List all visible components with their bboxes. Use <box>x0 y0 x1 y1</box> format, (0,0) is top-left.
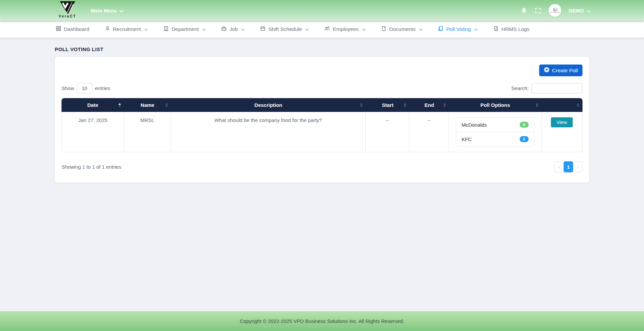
nav-item-label: Employees <box>333 26 359 32</box>
sort-icon <box>118 103 121 107</box>
plus-circle-icon <box>544 67 550 74</box>
poll-icon <box>438 26 443 33</box>
nav-item-label: Poll Voting <box>446 26 471 32</box>
cell-date: Jan 27, 2025 <box>62 112 124 152</box>
nav-item-hrms-logs[interactable]: HRMS Logs <box>493 26 530 33</box>
search-control: Search: <box>511 83 582 93</box>
show-label: Show <box>62 85 74 91</box>
chevron-down-icon <box>362 26 366 32</box>
column-header-date[interactable]: Date <box>62 98 124 112</box>
nav-item-label: Documents <box>389 26 415 32</box>
length-control: Show 10 entries <box>62 83 110 93</box>
nav-item-employees[interactable]: Employees <box>324 26 366 33</box>
search-input[interactable] <box>531 83 582 93</box>
nav-item-label: HRMS Logs <box>501 26 530 32</box>
building-icon <box>163 26 169 33</box>
topbar-actions: NO IMAGE DEMO <box>521 0 590 21</box>
poll-option-count-badge: 0 <box>520 136 529 142</box>
cell-description: What should be the company food for the … <box>171 112 366 152</box>
cell-end: -- <box>409 112 449 152</box>
poll-options-list: McDonalds 0 KFC 0 <box>456 117 534 147</box>
column-header-actions[interactable] <box>541 98 582 112</box>
poll-option-count-badge: 0 <box>520 122 529 128</box>
notifications-bell-icon[interactable] <box>521 7 527 14</box>
column-header-poll-options[interactable]: Poll Options <box>449 98 541 112</box>
poll-option-item: McDonalds 0 <box>456 118 534 132</box>
avatar-placeholder-text: NO IMAGE <box>550 11 560 13</box>
nav-item-recruitment[interactable]: Recruitment <box>105 26 148 33</box>
person-icon <box>105 26 110 33</box>
table-header-row: Date Name Description Start End Poll Opt… <box>62 98 582 112</box>
footer: Copyright © 2022-2025 VPD Business Solut… <box>0 311 644 331</box>
nav-item-label: Job <box>229 26 238 32</box>
chevron-down-icon <box>474 26 478 32</box>
create-poll-button[interactable]: Create Poll <box>539 65 582 76</box>
briefcase-icon <box>221 26 227 33</box>
nav-item-job[interactable]: Job <box>221 26 245 33</box>
column-header-name[interactable]: Name <box>124 98 171 112</box>
nav-item-poll-voting[interactable]: Poll Voting <box>438 26 478 33</box>
chevron-down-icon <box>419 26 422 32</box>
nav-item-label: Recruitment <box>113 26 141 32</box>
main-menu-label: Main Menu <box>91 8 117 13</box>
sort-icon <box>404 103 406 107</box>
column-header-start[interactable]: Start <box>366 98 409 112</box>
poll-option-item: KFC 0 <box>456 132 534 146</box>
user-menu[interactable]: DEMO <box>569 8 590 13</box>
table-controls: Show 10 entries Search: <box>62 83 582 93</box>
chevron-down-icon <box>144 26 148 32</box>
poll-list-card: Create Poll Show 10 entries Search: <box>55 57 589 182</box>
pagination-page-1-button[interactable]: 1 <box>564 161 573 172</box>
page-title: POLL VOTING LIST <box>55 46 589 52</box>
nav-item-department[interactable]: Department <box>163 26 206 33</box>
nav-item-documents[interactable]: Documents <box>381 26 422 33</box>
user-name: DEMO <box>569 8 584 13</box>
cell-poll-options: McDonalds 0 KFC 0 <box>449 112 541 152</box>
chevron-down-icon <box>587 8 590 13</box>
avatar[interactable]: NO IMAGE <box>549 4 561 17</box>
grid-icon <box>56 26 61 33</box>
copyright-text: Copyright © 2022-2025 VPD Business Solut… <box>240 318 404 324</box>
cell-name: MRSL <box>124 112 171 152</box>
nav-item-label: Dashboard <box>64 26 89 32</box>
poll-option-label: McDonalds <box>461 122 487 128</box>
column-header-end[interactable]: End <box>409 98 449 112</box>
column-header-description[interactable]: Description <box>171 98 366 112</box>
pagination: ‹ 1 › <box>554 161 582 172</box>
chevron-down-icon <box>305 26 309 32</box>
people-icon <box>324 26 330 33</box>
nav-item-label: Department <box>171 26 199 32</box>
brand-logo-text: VeraCT <box>56 14 79 18</box>
card-toolbar: Create Poll <box>62 65 582 76</box>
top-header: VeraCT Main Menu NO IMAGE DEMO <box>0 0 644 21</box>
table-row: Jan 27, 2025 MRSL What should be the com… <box>62 112 582 152</box>
chevron-down-icon <box>241 26 245 32</box>
main-nav: Dashboard Recruitment Department Job Shi… <box>0 21 644 38</box>
brand-logo-icon <box>56 1 79 15</box>
sort-icon <box>443 103 446 107</box>
pagination-prev-button[interactable]: ‹ <box>554 161 564 172</box>
nav-item-shift-schedule[interactable]: Shift Schedule <box>260 26 309 33</box>
main-menu-button[interactable]: Main Menu <box>91 8 123 13</box>
view-button[interactable]: View <box>551 117 573 127</box>
entries-label: entries <box>95 85 110 91</box>
fullscreen-icon[interactable] <box>535 7 541 14</box>
calendar-icon <box>260 26 266 33</box>
poll-table: Date Name Description Start End Poll Opt… <box>62 98 582 152</box>
create-poll-label: Create Poll <box>552 68 578 74</box>
chevron-down-icon <box>202 26 206 32</box>
nav-item-dashboard[interactable]: Dashboard <box>56 26 89 33</box>
log-file-icon <box>493 26 499 33</box>
pagination-next-button[interactable]: › <box>573 161 582 172</box>
page-length-select[interactable]: 10 <box>77 83 92 93</box>
sort-icon <box>577 103 579 107</box>
table-footer: Showing 1 to 1 of 1 entries ‹ 1 › <box>62 161 582 172</box>
search-label: Search: <box>511 85 529 91</box>
chevron-down-icon <box>119 8 123 13</box>
table-info: Showing 1 to 1 of 1 entries <box>62 164 121 170</box>
sort-icon <box>360 103 363 107</box>
brand-logo[interactable]: VeraCT <box>56 1 79 18</box>
app-root: VeraCT Main Menu NO IMAGE DEMO <box>0 0 644 331</box>
main-content: POLL VOTING LIST Create Poll Show 10 ent… <box>0 38 644 311</box>
sort-icon <box>165 103 168 107</box>
